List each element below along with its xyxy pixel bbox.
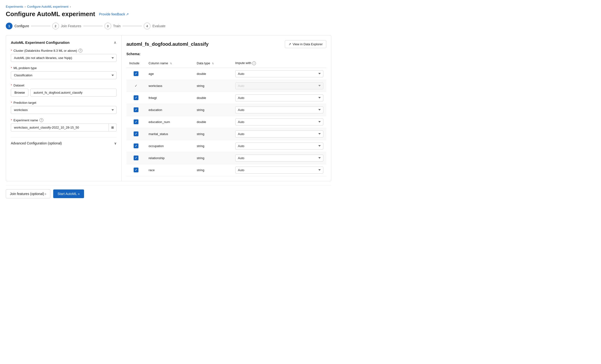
step-3: 3 Train [104, 23, 121, 29]
table-row: racestringAuto [126, 164, 326, 176]
expand-icon: ∨ [114, 141, 117, 145]
impute-select[interactable]: Auto [235, 94, 323, 101]
checkbox-checked[interactable] [134, 95, 139, 100]
cluster-select[interactable]: AutoML (do not attach libraries, use %pi… [11, 54, 117, 62]
checkbox-checked[interactable] [134, 107, 139, 112]
column-name-cell: relationship [146, 152, 194, 164]
join-features-button[interactable]: Join features (optional) › [6, 189, 50, 198]
experiment-name-picker-button[interactable]: ⊞ [109, 124, 117, 131]
dataset-group: * Dataset Browse [11, 84, 117, 97]
data-type-cell: string [194, 164, 232, 176]
step-1-circle: 1 [6, 23, 12, 29]
impute-select[interactable]: Auto [235, 143, 323, 149]
data-type-cell: string [194, 80, 232, 92]
sort-icon-data-type: ⇅ [212, 62, 214, 65]
ml-problem-label: * ML problem type [11, 66, 117, 70]
dataset-label: * Dataset [11, 84, 117, 87]
page-title: Configure AutoML experiment [6, 10, 95, 18]
include-cell[interactable] [126, 68, 146, 80]
browse-button[interactable]: Browse [11, 89, 28, 97]
step-4-circle: 4 [144, 23, 150, 29]
impute-cell[interactable]: Auto [232, 104, 326, 116]
column-name-cell: occupation [146, 140, 194, 152]
right-panel: automl_fs_dogfood.automl_classify ↗ View… [122, 35, 331, 181]
column-name-cell: age [146, 68, 194, 80]
step-1: 1 Configure [6, 23, 29, 29]
col-header-data-type[interactable]: Data type ⇅ [194, 59, 232, 68]
table-row: educationstringAuto [126, 104, 326, 116]
impute-cell[interactable]: Auto [232, 116, 326, 128]
include-cell[interactable] [126, 80, 146, 92]
checkbox-checked[interactable] [134, 144, 139, 148]
include-cell[interactable] [126, 164, 146, 176]
steps-row: 1 Configure 2 Join Features 3 Train 4 Ev… [6, 23, 331, 29]
data-type-cell: double [194, 116, 232, 128]
experiment-help-icon[interactable]: ? [40, 118, 43, 122]
include-cell[interactable] [126, 152, 146, 164]
include-cell[interactable] [126, 128, 146, 140]
impute-info-icon[interactable]: i [252, 61, 256, 65]
impute-select[interactable]: Auto [235, 155, 323, 162]
column-name-cell: education_num [146, 116, 194, 128]
table-row: relationshipstringAuto [126, 152, 326, 164]
table-row: workclassstringAuto [126, 80, 326, 92]
column-name-cell: education [146, 104, 194, 116]
cluster-group: * Cluster (Databricks Runtime 8.3 ML or … [11, 49, 117, 62]
col-header-column-name[interactable]: Column name ⇅ [146, 59, 194, 68]
impute-select[interactable]: Auto [235, 118, 323, 125]
checkbox-checked[interactable] [134, 131, 139, 136]
impute-select[interactable]: Auto [235, 167, 323, 174]
impute-select[interactable]: Auto [235, 70, 323, 77]
breadcrumb-configure[interactable]: Configure AutoML experiment [27, 5, 69, 9]
breadcrumb-experiments[interactable]: Experiments [6, 5, 23, 9]
checkbox-checked[interactable] [134, 119, 139, 124]
cluster-help-icon[interactable]: ? [79, 49, 82, 52]
include-cell[interactable] [126, 140, 146, 152]
advanced-title: Advanced Configuration (optional) [11, 141, 62, 145]
impute-cell[interactable]: Auto [232, 68, 326, 80]
impute-select[interactable]: Auto [235, 106, 323, 113]
impute-cell[interactable]: Auto [232, 128, 326, 140]
data-type-cell: string [194, 128, 232, 140]
left-panel: AutoML Experiment Configuration ∧ * Clus… [6, 35, 122, 181]
column-name-cell: marital_status [146, 128, 194, 140]
ml-problem-select[interactable]: Classification [11, 71, 117, 79]
step-3-label[interactable]: Train [113, 24, 121, 28]
step-4: 4 Evaluate [144, 23, 165, 29]
start-automl-button[interactable]: Start AutoML » [53, 189, 84, 198]
advanced-section: Advanced Configuration (optional) ∨ [11, 137, 117, 145]
table-name: automl_fs_dogfood.automl_classify [126, 41, 209, 47]
checkbox-checked[interactable] [134, 167, 139, 172]
include-cell[interactable] [126, 92, 146, 104]
prediction-target-group: * Prediction target workclass [11, 101, 117, 114]
include-cell[interactable] [126, 116, 146, 128]
impute-cell: Auto [232, 80, 326, 92]
step-1-label[interactable]: Configure [14, 24, 29, 28]
impute-cell[interactable]: Auto [232, 92, 326, 104]
include-cell[interactable] [126, 104, 146, 116]
dataset-input[interactable] [30, 89, 117, 97]
view-explorer-button[interactable]: ↗ View in Data Explorer [285, 40, 326, 48]
step-4-label[interactable]: Evaluate [152, 24, 165, 28]
sort-icon-column-name: ⇅ [170, 62, 172, 65]
advanced-header[interactable]: Advanced Configuration (optional) ∨ [11, 137, 117, 145]
checkbox-checked[interactable] [134, 156, 139, 160]
bottom-bar: Join features (optional) › Start AutoML … [6, 185, 331, 198]
experiment-name-input[interactable] [11, 124, 109, 131]
feedback-link[interactable]: Provide feedback ↗ [99, 12, 129, 16]
schema-label: Schema: [126, 52, 326, 56]
step-2-label[interactable]: Join Features [61, 24, 81, 28]
page-container: Experiments › Configure AutoML experimen… [0, 0, 337, 203]
impute-cell[interactable]: Auto [232, 152, 326, 164]
prediction-target-select[interactable]: workclass [11, 106, 117, 114]
table-row: fnlwgtdoubleAuto [126, 92, 326, 104]
impute-cell[interactable]: Auto [232, 164, 326, 176]
external-link-icon: ↗ [289, 42, 291, 46]
collapse-icon[interactable]: ∧ [114, 40, 117, 45]
data-type-cell: string [194, 104, 232, 116]
checkbox-checked[interactable] [134, 71, 139, 76]
impute-cell[interactable]: Auto [232, 140, 326, 152]
checkmark-only [134, 83, 139, 88]
impute-select[interactable]: Auto [235, 130, 323, 138]
step-2: 2 Join Features [52, 23, 81, 29]
